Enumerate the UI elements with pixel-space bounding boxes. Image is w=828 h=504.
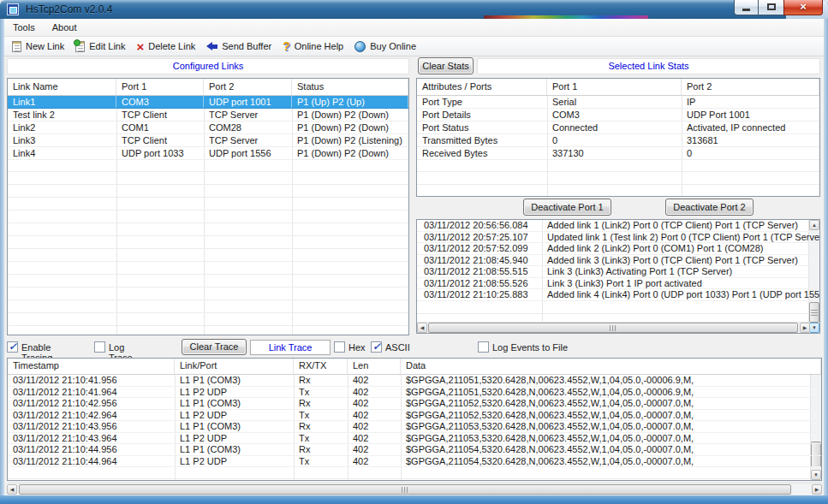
app-icon[interactable]	[7, 3, 19, 15]
close-button[interactable]: ×	[783, 0, 823, 15]
trace-row[interactable]: 03/11/2012 21:10:41.956 L1 P1 (COM3) Rx …	[8, 375, 821, 387]
edit-link-icon	[75, 41, 85, 52]
column-header-link-name[interactable]: Link Name	[8, 79, 116, 95]
cell-port2: 0	[682, 147, 819, 159]
event-log-horizontal-scrollbar[interactable]: ◀ ▶	[417, 322, 810, 333]
trace-row[interactable]: 03/11/2012 21:10:42.964 L1 P2 UDP Tx 402…	[8, 410, 821, 422]
event-row[interactable]: 03/11/2012 20:57:52.099 Added link 2 (Li…	[417, 243, 819, 255]
online-help-label: Online Help	[295, 41, 343, 51]
event-row[interactable]: 03/11/2012 21:08:45.940 Added link 3 (Li…	[417, 255, 819, 267]
trace-row[interactable]: 03/11/2012 21:10:43.956 L1 P1 (COM3) Rx …	[8, 421, 821, 433]
buy-online-icon	[354, 41, 366, 52]
check-icon: ✓	[372, 341, 381, 353]
menu-about[interactable]: About	[44, 20, 86, 35]
selected-link-stats-title: Selected Link Stats	[477, 58, 820, 74]
column-header-timestamp[interactable]: Timestamp	[8, 359, 175, 374]
maximize-button[interactable]	[759, 0, 783, 15]
event-row[interactable]: 03/11/2012 20:56:56.084 Added link 1 (Li…	[417, 220, 819, 232]
log-events-to-file-checkbox[interactable]	[478, 341, 489, 353]
link-row[interactable]: Link3 TCP Client TCP Server P1 (Down) P2…	[8, 134, 408, 147]
new-link-button[interactable]: New Link	[8, 38, 71, 55]
stats-row[interactable]: Port Type Serial IP	[417, 96, 819, 109]
clear-trace-button[interactable]: Clear Trace	[182, 339, 247, 355]
hex-checkbox[interactable]	[334, 341, 345, 353]
cell-attribute: Port Type	[417, 96, 547, 108]
column-header-port1[interactable]: Port 1	[116, 79, 204, 95]
cell-port1: Connected	[547, 122, 682, 133]
stats-row[interactable]: Port Status Connected Activated, IP conn…	[417, 122, 819, 134]
scroll-down-button[interactable]: ▼	[809, 323, 819, 333]
trace-row[interactable]: 03/11/2012 21:10:44.964 L1 P2 UDP Tx 402…	[8, 456, 821, 468]
edit-dot-icon	[74, 39, 80, 46]
event-row[interactable]: 03/11/2012 21:10:25.883 Added link 4 (Li…	[417, 289, 819, 301]
buy-online-button[interactable]: Buy Online	[350, 38, 423, 55]
check-icon: ✓	[9, 341, 17, 353]
cell-rxtx: Tx	[294, 433, 348, 444]
column-header-linkport[interactable]: Link/Port	[175, 359, 294, 374]
send-buffer-button[interactable]: Send Buffer	[202, 38, 278, 55]
window-frame-right	[824, 0, 828, 504]
cell-attribute: Port Details	[417, 109, 547, 121]
stats-row[interactable]: Received Bytes 337130 0	[417, 147, 819, 160]
stats-row[interactable]: Transmitted Bytes 0 313681	[417, 134, 819, 147]
link-trace-title: Link Trace	[250, 340, 331, 355]
link-row[interactable]: Link4 UDP port 1033 UDP port 1556 P1 (Do…	[8, 147, 408, 160]
event-log-hscroll-thumb[interactable]	[428, 323, 798, 333]
stats-row[interactable]: Port Details COM3 UDP Port 1001	[417, 109, 819, 122]
trace-row[interactable]: 03/11/2012 21:10:44.956 L1 P1 (COM3) Rx …	[8, 444, 821, 456]
cell-rxtx: Tx	[294, 410, 348, 421]
configured-links-title: Configured Links	[7, 58, 409, 74]
scroll-right-button[interactable]: ▶	[812, 484, 822, 495]
cell-port2: TCP Server	[204, 134, 292, 146]
scroll-down-icon: ▼	[812, 471, 820, 479]
event-row[interactable]: 03/11/2012 20:57:25.107 Updated link 1 (…	[417, 232, 819, 244]
column-header-port2[interactable]: Port 2	[204, 79, 292, 95]
minimize-icon	[742, 9, 750, 11]
cell-event-time: 03/11/2012 20:56:56.084	[417, 220, 542, 231]
title-bar[interactable]: HsTcp2Com v2.0.4 ×	[0, 0, 828, 19]
ascii-checkbox[interactable]: ✓	[371, 341, 382, 353]
scroll-left-icon: ◀	[418, 323, 426, 332]
event-log-scroll-thumb[interactable]	[809, 302, 819, 323]
cell-link-name: Link3	[8, 134, 116, 146]
scroll-left-button[interactable]: ◀	[417, 323, 427, 333]
event-row[interactable]: 03/11/2012 21:08:55.526 Link 3 (Link3) P…	[417, 278, 819, 290]
column-header-len[interactable]: Len	[348, 359, 401, 374]
cell-data: $GPGGA,211053,5320.6428,N,00623.4552,W,1…	[401, 421, 821, 432]
enable-tracing-checkbox[interactable]: ✓	[7, 341, 18, 353]
link-row-selected[interactable]: Link1 COM3 UDP port 1001 P1 (Up) P2 (Up)	[8, 96, 408, 109]
event-row[interactable]: 03/11/2012 21:08:55.515 Link 3 (Link3) A…	[417, 266, 819, 278]
column-header-attributes[interactable]: Attributes / Ports	[417, 79, 547, 95]
deactivate-port1-button[interactable]: Deactivate Port 1	[523, 199, 611, 216]
menu-tools[interactable]: Tools	[4, 20, 44, 35]
bottom-hscroll-thumb[interactable]	[19, 484, 791, 495]
log-trace-to-file-checkbox[interactable]	[94, 341, 105, 353]
delete-link-button[interactable]: × Delete Link	[132, 38, 202, 55]
scroll-down-button[interactable]: ▼	[811, 470, 821, 480]
column-header-port1[interactable]: Port 1	[547, 79, 682, 95]
cell-event-time: 03/11/2012 21:08:55.526	[417, 278, 542, 289]
minimize-button[interactable]	[734, 0, 759, 15]
configured-links-table: Link Name Port 1 Port 2 Status Link1 COM…	[7, 78, 409, 335]
online-help-button[interactable]: ? Online Help	[278, 38, 350, 55]
cell-link-name: Link4	[8, 147, 116, 159]
column-header-data[interactable]: Data	[401, 359, 821, 374]
trace-row[interactable]: 03/11/2012 21:10:43.964 L1 P2 UDP Tx 402…	[8, 433, 821, 445]
bottom-horizontal-scrollbar[interactable]: ◀ ▶	[7, 483, 822, 495]
column-header-status[interactable]: Status	[292, 79, 408, 95]
link-row[interactable]: Test link 2 TCP Client TCP Server P1 (Do…	[8, 109, 408, 122]
column-header-port2[interactable]: Port 2	[682, 79, 819, 95]
trace-row[interactable]: 03/11/2012 21:10:42.956 L1 P1 (COM3) Rx …	[8, 398, 821, 410]
cell-len: 402	[348, 421, 401, 432]
deactivate-port2-button[interactable]: Deactivate Port 2	[665, 199, 754, 216]
column-header-rxtx[interactable]: RX/TX	[294, 359, 348, 374]
edit-link-button[interactable]: Edit Link	[71, 38, 132, 55]
scroll-right-button[interactable]: ▶	[800, 323, 810, 333]
cell-port2: UDP port 1001	[204, 96, 292, 108]
clear-stats-button[interactable]: Clear Stats	[418, 57, 474, 74]
cell-port2: IP	[682, 96, 819, 108]
link-row[interactable]: Link2 COM1 COM28 P1 (Down) P2 (Down)	[8, 122, 408, 134]
trace-row[interactable]: 03/11/2012 21:10:41.964 L1 P2 UDP Tx 402…	[8, 387, 821, 399]
cell-linkport: L1 P2 UDP	[175, 433, 294, 444]
scroll-left-button[interactable]: ◀	[7, 484, 17, 495]
